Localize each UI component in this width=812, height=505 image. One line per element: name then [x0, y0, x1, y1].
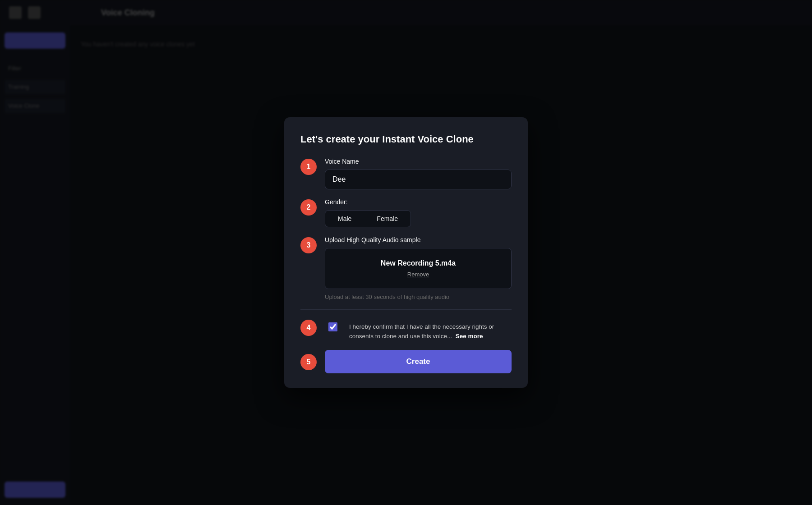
step2-badge: 2: [300, 199, 317, 216]
step1-content: Voice Name: [325, 158, 512, 189]
step1-section: 1 Voice Name: [300, 158, 512, 189]
gender-label: Gender:: [325, 198, 512, 206]
step1-badge: 1: [300, 159, 317, 175]
remove-audio-link[interactable]: Remove: [332, 271, 504, 278]
audio-hint: Upload at least 30 seconds of high quali…: [325, 294, 512, 300]
gender-toggle: Male Female: [325, 210, 411, 227]
divider: [300, 309, 512, 310]
step3-badge: 3: [300, 237, 317, 253]
step4-badge: 4: [300, 320, 317, 336]
modal-title: Let's create your Instant Voice Clone: [300, 133, 512, 145]
consent-text: I hereby confirm that I have all the nec…: [349, 319, 512, 341]
voice-name-label: Voice Name: [325, 158, 512, 165]
voice-clone-modal: Let's create your Instant Voice Clone 1 …: [284, 117, 528, 388]
modal-overlay: Let's create your Instant Voice Clone 1 …: [0, 0, 812, 505]
step3-content: Upload High Quality Audio sample New Rec…: [325, 236, 512, 300]
gender-male-option[interactable]: Male: [325, 211, 364, 227]
step5-badge: 5: [300, 354, 317, 370]
gender-female-option[interactable]: Female: [364, 211, 411, 227]
consent-checkbox[interactable]: [328, 322, 337, 331]
step2-section: 2 Gender: Male Female: [300, 198, 512, 227]
consent-see-more[interactable]: See more: [456, 333, 483, 340]
voice-name-input[interactable]: [325, 170, 512, 189]
audio-filename: New Recording 5.m4a: [332, 259, 504, 267]
consent-checkbox-wrap: [325, 319, 341, 335]
step4-section: 4 I hereby confirm that I have all the n…: [300, 319, 512, 341]
step2-content: Gender: Male Female: [325, 198, 512, 227]
step5-section: 5 Create: [300, 350, 512, 373]
create-button[interactable]: Create: [325, 350, 512, 373]
upload-label: Upload High Quality Audio sample: [325, 236, 512, 243]
step3-section: 3 Upload High Quality Audio sample New R…: [300, 236, 512, 300]
audio-drop-zone[interactable]: New Recording 5.m4a Remove: [325, 248, 512, 289]
